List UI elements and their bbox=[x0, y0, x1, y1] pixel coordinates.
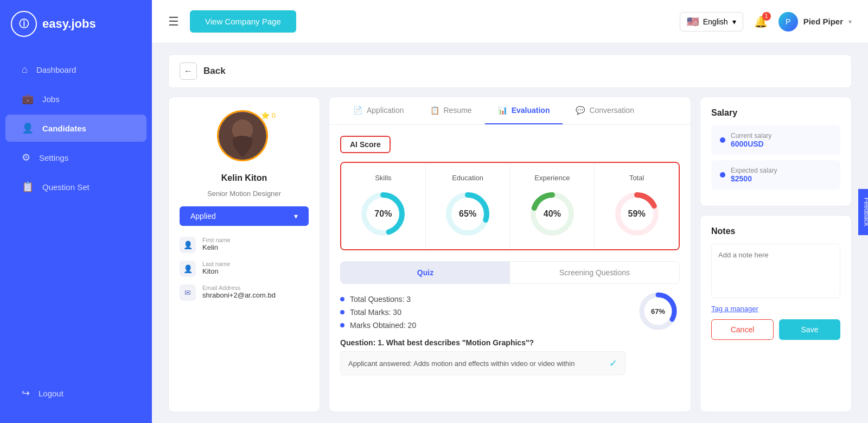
current-salary-item: Current salary 6000USD bbox=[711, 125, 840, 155]
sidebar-item-label: Question Set bbox=[42, 182, 90, 192]
answer-text: Applicant answered: Adds motion and effe… bbox=[348, 359, 575, 368]
total-marks: Total Marks: 30 bbox=[350, 308, 401, 317]
salary-card: Salary Current salary 6000USD Expected s… bbox=[700, 97, 852, 206]
content: ← Back ⭐ 0 bbox=[152, 43, 868, 423]
ai-score-label: AI Score bbox=[340, 136, 391, 153]
candidate-card: ⭐ 0 Kelin Kiton Senior Motion Designer A… bbox=[168, 97, 320, 412]
header: ☰ View Company Page 🇺🇸 English ▾ 🔔 1 P P… bbox=[152, 0, 868, 43]
main-area: ☰ View Company Page 🇺🇸 English ▾ 🔔 1 P P… bbox=[152, 0, 868, 423]
back-row: ← Back bbox=[168, 54, 852, 88]
tag-manager-link[interactable]: Tag a manager bbox=[711, 305, 840, 313]
status-dropdown[interactable]: Applied ▾ bbox=[180, 206, 309, 226]
back-button[interactable]: ← bbox=[180, 62, 197, 80]
feedback-tab[interactable]: Feedback bbox=[859, 188, 868, 235]
menu-icon[interactable]: ☰ bbox=[168, 15, 179, 29]
flag-icon: 🇺🇸 bbox=[687, 16, 699, 28]
sidebar-item-label: Dashboard bbox=[36, 65, 76, 74]
logout-button[interactable]: ↪ Logout bbox=[5, 380, 146, 407]
sidebar-item-candidates[interactable]: 👤 Candidates bbox=[5, 115, 146, 142]
field-first-name: 👤 First name Kelin bbox=[180, 237, 309, 253]
education-value: 65% bbox=[459, 209, 476, 219]
total-label: Total bbox=[629, 174, 644, 182]
candidates-icon: 👤 bbox=[22, 122, 34, 134]
education-label: Education bbox=[452, 174, 483, 182]
tab-resume[interactable]: 📋 Resume bbox=[417, 97, 485, 124]
quiz-question: Question: 1. What best describes "Motion… bbox=[340, 338, 626, 347]
quiz-answer-preview: Applicant answered: Adds motion and effe… bbox=[340, 351, 626, 375]
candidate-name: Kelin Kiton bbox=[221, 173, 267, 183]
quiz-question-text: Question: 1. What best describes "Motion… bbox=[340, 338, 534, 347]
lang-chevron-icon: ▾ bbox=[732, 17, 736, 26]
total-questions: Total Questions: 3 bbox=[350, 295, 411, 304]
email-label: Email Address bbox=[202, 285, 276, 291]
logout-label: Logout bbox=[39, 389, 63, 398]
language-label: English bbox=[703, 17, 728, 26]
company-chevron-icon: ▾ bbox=[848, 18, 852, 26]
sidebar-item-label: Candidates bbox=[42, 124, 86, 133]
main-row: ⭐ 0 Kelin Kiton Senior Motion Designer A… bbox=[168, 97, 852, 412]
cancel-button[interactable]: Cancel bbox=[711, 319, 774, 340]
notes-textarea[interactable] bbox=[711, 244, 840, 298]
quiz-donut: 67% bbox=[636, 289, 680, 333]
dashboard-icon: ⌂ bbox=[22, 64, 28, 75]
company-avatar: P bbox=[778, 12, 798, 31]
expected-salary-amount: $2500 bbox=[731, 174, 777, 183]
evaluation-tab-icon: 📊 bbox=[498, 106, 507, 115]
application-tab-icon: 📄 bbox=[353, 106, 362, 115]
quiz-donut-value: 67% bbox=[651, 307, 665, 315]
sidebar-item-jobs[interactable]: 💼 Jobs bbox=[5, 85, 146, 112]
tab-application[interactable]: 📄 Application bbox=[340, 97, 417, 124]
first-name-label: First name bbox=[202, 237, 231, 243]
notes-title: Notes bbox=[711, 226, 840, 236]
header-right: 🇺🇸 English ▾ 🔔 1 P Pied Piper ▾ bbox=[680, 12, 852, 31]
notes-card: Notes Tag a manager Cancel Save bbox=[700, 215, 852, 412]
score-card-experience: Experience 40% bbox=[510, 163, 595, 249]
app-name: easy.jobs bbox=[42, 17, 96, 31]
company-selector[interactable]: P Pied Piper ▾ bbox=[778, 12, 852, 31]
star-count: 0 bbox=[272, 111, 276, 119]
notification-badge: 1 bbox=[762, 12, 771, 21]
notifications-bell[interactable]: 🔔 1 bbox=[754, 15, 768, 28]
bullet-icon-3 bbox=[340, 323, 344, 327]
total-value: 59% bbox=[628, 209, 646, 219]
save-button[interactable]: Save bbox=[779, 319, 840, 340]
field-content: First name Kelin bbox=[202, 237, 231, 251]
sidebar-item-question-set[interactable]: 📋 Question Set bbox=[5, 173, 146, 200]
sidebar-item-label: Jobs bbox=[42, 94, 60, 104]
sidebar-item-dashboard[interactable]: ⌂ Dashboard bbox=[5, 56, 146, 83]
quiz-stat-questions: Total Questions: 3 bbox=[340, 295, 626, 304]
last-name-value: Kiton bbox=[202, 267, 230, 275]
expected-salary-item: Expected salary $2500 bbox=[711, 160, 840, 190]
view-company-button[interactable]: View Company Page bbox=[190, 10, 296, 33]
quiz-section: Total Questions: 3 Total Marks: 30 Marks… bbox=[340, 295, 680, 375]
tab-evaluation[interactable]: 📊 Evaluation bbox=[485, 97, 563, 124]
settings-icon: ⚙ bbox=[22, 151, 30, 163]
sub-tab-screening[interactable]: Screening Questions bbox=[510, 262, 679, 283]
quiz-donut-col: 67% bbox=[636, 289, 680, 333]
person-icon: 👤 bbox=[180, 237, 196, 253]
tab-conversation-label: Conversation bbox=[589, 106, 634, 115]
score-card-total: Total 59% bbox=[595, 163, 679, 249]
quiz-stats: Total Questions: 3 Total Marks: 30 Marks… bbox=[340, 295, 626, 330]
logout-icon: ↪ bbox=[22, 387, 30, 399]
check-icon: ✓ bbox=[609, 357, 617, 369]
field-last-name: 👤 Last name Kiton bbox=[180, 261, 309, 277]
candidate-avatar-wrapper: ⭐ 0 bbox=[217, 110, 271, 165]
bullet-icon-2 bbox=[340, 310, 344, 314]
panel-content: AI Score Skills 70% bbox=[329, 125, 691, 412]
center-panel: 📄 Application 📋 Resume 📊 Evaluation 💬 Co… bbox=[329, 97, 691, 412]
sidebar-item-label: Settings bbox=[39, 153, 68, 162]
resume-tab-icon: 📋 bbox=[430, 106, 439, 115]
tab-conversation[interactable]: 💬 Conversation bbox=[563, 97, 647, 124]
last-name-label: Last name bbox=[202, 261, 230, 267]
first-name-value: Kelin bbox=[202, 243, 231, 251]
sidebar-logout: ↪ Logout bbox=[0, 380, 152, 407]
sub-tab-quiz[interactable]: Quiz bbox=[341, 262, 510, 283]
expected-salary-info: Expected salary $2500 bbox=[731, 167, 777, 183]
conversation-tab-icon: 💬 bbox=[576, 106, 585, 115]
notes-actions: Cancel Save bbox=[711, 319, 840, 340]
sidebar-item-settings[interactable]: ⚙ Settings bbox=[5, 144, 146, 171]
status-chevron-icon: ▾ bbox=[294, 212, 298, 220]
field-content-2: Last name Kiton bbox=[202, 261, 230, 275]
language-selector[interactable]: 🇺🇸 English ▾ bbox=[680, 12, 743, 31]
